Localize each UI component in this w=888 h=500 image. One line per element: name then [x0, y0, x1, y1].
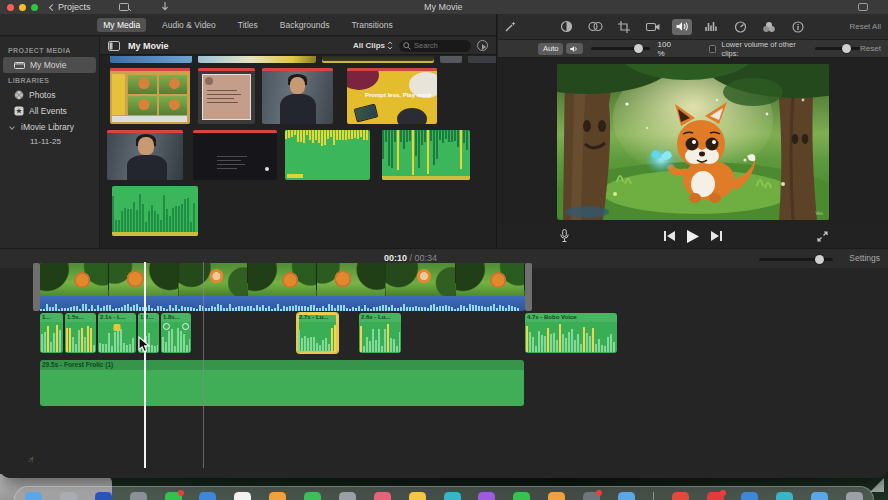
audio-clip[interactable]: 1.8s...: [161, 313, 191, 353]
lower-volume-slider[interactable]: [815, 47, 860, 50]
dock-app-icon[interactable]: [618, 492, 635, 500]
sidebar-item-event-11-11-25[interactable]: 11-11-25: [0, 135, 99, 148]
dock-app-icon[interactable]: [269, 492, 286, 500]
chevron-down-icon[interactable]: [9, 124, 15, 130]
dock-app-icon[interactable]: [583, 492, 600, 500]
mute-button[interactable]: [566, 43, 583, 54]
zoom-window-button[interactable]: [31, 4, 38, 11]
import-media-icon[interactable]: [119, 3, 131, 12]
dock-app-icon[interactable]: [165, 492, 182, 500]
clip-thumbnail-fox-collage[interactable]: [110, 68, 190, 124]
color-correction-icon[interactable]: [556, 19, 576, 35]
dock-app-icon[interactable]: [707, 492, 724, 500]
back-to-projects-button[interactable]: Projects: [50, 2, 91, 12]
audio-clip[interactable]: 2.7s - Lu...: [297, 313, 338, 353]
download-arrow-icon[interactable]: [161, 2, 169, 12]
dock-app-icon[interactable]: [548, 492, 565, 500]
skimming-toggle-button[interactable]: [477, 40, 488, 51]
trim-handle-left[interactable]: [33, 263, 40, 311]
voiceover-mic-button[interactable]: [560, 229, 569, 243]
audio-clip[interactable]: 2.6s - Lu...: [359, 313, 401, 353]
tab-audio-video[interactable]: Audio & Video: [156, 18, 222, 32]
clip-thumbnail-presenter[interactable]: [262, 68, 333, 124]
audio-clip[interactable]: 4.7s - Bobo Voice: [525, 313, 617, 353]
info-icon[interactable]: [788, 19, 808, 35]
audio-thumbnail-2[interactable]: [382, 130, 470, 180]
audio-clip[interactable]: 2.1s - L...: [98, 313, 136, 353]
trim-handle-right[interactable]: [525, 263, 532, 311]
magic-wand-icon[interactable]: [504, 20, 517, 33]
dock-app-icon[interactable]: [846, 492, 863, 500]
next-frame-button[interactable]: [711, 231, 722, 241]
dock-app-icon[interactable]: [95, 492, 112, 500]
dock-app-icon[interactable]: [672, 492, 689, 500]
sidebar-item-my-movie[interactable]: My Movie: [3, 57, 96, 73]
clip-thumbnail-partial[interactable]: [468, 56, 496, 63]
fullscreen-icon[interactable]: [817, 231, 828, 242]
clip-thumbnail-document[interactable]: [198, 68, 255, 124]
close-window-button[interactable]: [7, 4, 14, 11]
lower-volume-checkbox[interactable]: [709, 45, 717, 53]
dock-app-icon[interactable]: [776, 492, 793, 500]
audio-thumbnail-1[interactable]: [285, 130, 370, 180]
clip-thumbnail-partial[interactable]: [322, 56, 434, 63]
sidebar-item-all-events[interactable]: All Events: [0, 103, 99, 119]
crop-icon[interactable]: [614, 19, 634, 35]
audio-clip[interactable]: 1.5s...: [65, 313, 96, 353]
clip-thumbnail-partial[interactable]: [198, 56, 316, 63]
dock-app-icon[interactable]: [60, 492, 77, 500]
dock-app-icon[interactable]: [304, 492, 321, 500]
dock-app-icon[interactable]: [478, 492, 495, 500]
dock-app-icon[interactable]: [811, 492, 828, 500]
dock[interactable]: [14, 486, 874, 500]
dock-app-icon[interactable]: [741, 492, 758, 500]
titlebar-extra-icon[interactable]: [858, 3, 868, 11]
video-clip-filmstrip[interactable]: [40, 263, 525, 296]
audio-clip[interactable]: 1...: [40, 313, 63, 353]
dock-app-icon[interactable]: [513, 492, 530, 500]
reset-all-button[interactable]: Reset All: [849, 22, 881, 31]
dock-app-icon[interactable]: [25, 492, 42, 500]
clip-filter-icon[interactable]: [759, 19, 779, 35]
play-button[interactable]: [687, 230, 699, 243]
lower-volume-slider-knob[interactable]: [842, 44, 851, 53]
clip-thumbnail-partial[interactable]: [110, 56, 192, 63]
dock-app-icon[interactable]: [199, 492, 216, 500]
dock-app-icon[interactable]: [339, 492, 356, 500]
clip-thumbnail-presenter-2[interactable]: [107, 130, 183, 180]
stabilization-icon[interactable]: [643, 19, 663, 35]
dock-app-icon[interactable]: [444, 492, 461, 500]
volume-icon[interactable]: [672, 19, 692, 35]
sidebar-toggle-icon[interactable]: [108, 41, 120, 51]
volume-slider-knob[interactable]: [634, 44, 643, 53]
tab-my-media[interactable]: My Media: [97, 18, 146, 32]
previous-frame-button[interactable]: [664, 231, 675, 241]
volume-slider[interactable]: [591, 47, 649, 50]
clip-thumbnail-promo[interactable]: Prompt less, Play more: [347, 68, 437, 124]
noise-reduction-icon[interactable]: [701, 19, 721, 35]
dock-app-icon[interactable]: [374, 492, 391, 500]
playhead[interactable]: [144, 262, 146, 468]
dock-app-icon[interactable]: [409, 492, 426, 500]
clip-thumbnail-screen-recording[interactable]: [193, 130, 277, 180]
search-field[interactable]: [399, 40, 471, 52]
dock-app-icon[interactable]: [130, 492, 147, 500]
reset-button[interactable]: Reset: [860, 44, 881, 53]
timeline-zoom-slider[interactable]: [759, 258, 833, 261]
audio-thumbnail-3[interactable]: [112, 186, 198, 236]
minimize-window-button[interactable]: [19, 4, 26, 11]
sidebar-item-imovie-library[interactable]: iMovie Library: [0, 119, 99, 135]
video-clip-audio-strip[interactable]: [40, 296, 525, 311]
clip-filter-dropdown[interactable]: All Clips: [353, 41, 393, 50]
clip-thumbnail-partial[interactable]: [440, 56, 462, 63]
speed-icon[interactable]: [730, 19, 750, 35]
background-music-clip[interactable]: 29.5s - Forest Frolic (1): [40, 360, 524, 406]
tab-transitions[interactable]: Transitions: [345, 18, 398, 32]
auto-volume-button[interactable]: Auto: [538, 43, 563, 55]
preview-video[interactable]: Veo: [557, 64, 829, 220]
sidebar-item-photos[interactable]: Photos: [0, 87, 99, 103]
dock-app-icon[interactable]: [234, 492, 251, 500]
tab-backgrounds[interactable]: Backgrounds: [274, 18, 336, 32]
timeline[interactable]: 1...1.5s...2.1s - L...1.2...1.8s...2.7s …: [0, 268, 888, 478]
tab-titles[interactable]: Titles: [232, 18, 264, 32]
